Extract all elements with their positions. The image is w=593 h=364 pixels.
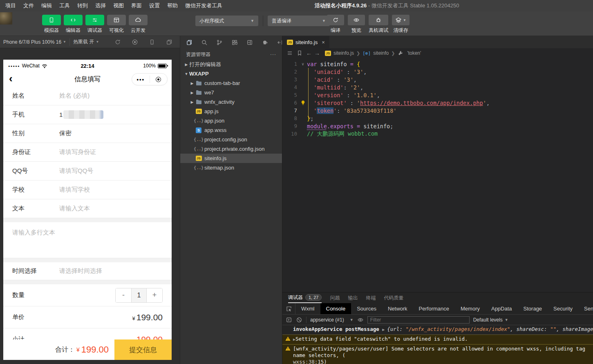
project-root-node[interactable]: ▼ WXAPP <box>180 69 282 78</box>
code-line-4[interactable]: 4 'multiid': '2', <box>282 83 593 91</box>
code-line-1[interactable]: 1∨var siteinfo = { <box>282 60 593 68</box>
source-link[interactable]: wxss:38 <box>293 359 315 364</box>
devtools-tab-sources[interactable]: Sources <box>351 303 382 314</box>
stepper-plus-button[interactable]: + <box>147 288 162 302</box>
tree-item-app.wxss[interactable]: Sapp.wxss <box>180 125 282 135</box>
devtools-tab-console[interactable]: Console <box>320 303 351 314</box>
compile-mode-select[interactable]: 普通编译 ▼ <box>268 16 330 26</box>
compile-button[interactable]: 编译 <box>327 15 344 34</box>
clear-cache-button[interactable]: ▼清缓存 <box>392 15 410 34</box>
menu-item-4[interactable]: 转到 <box>74 0 92 11</box>
code-line-10[interactable]: 10// 大鹏源码网 wobbt.com <box>282 130 593 138</box>
breadcrumb-symbol[interactable]: siteinfo <box>373 50 389 56</box>
code-line-3[interactable]: 3 'acid' : '3', <box>282 76 593 83</box>
close-icon[interactable]: × <box>322 39 325 45</box>
breadcrumb-member[interactable]: 'token' <box>407 50 421 56</box>
debug-tab-问题[interactable]: 问题 <box>330 293 340 303</box>
inspect-element-icon[interactable] <box>282 303 295 314</box>
menu-item-1[interactable]: 文件 <box>20 0 38 11</box>
console-message-2[interactable]: [wnfx_activity/pages/user/user] Some sel… <box>282 344 593 364</box>
code-line-7[interactable]: 7 'token': '83a5733403f118' <box>282 107 593 114</box>
console-message-0[interactable]: invokeAppService postMessage ▶ {url: "/w… <box>282 325 593 335</box>
tree-item-wnfx_activity[interactable]: ▶wnfx_activity <box>180 97 282 107</box>
tree-item-custom-tab-bar[interactable]: ▶custom-tab-bar <box>180 78 282 88</box>
hot-reload-toggle[interactable]: 热重载 开 ▼ <box>70 36 102 48</box>
devtools-tab-wxml[interactable]: Wxml <box>295 303 320 314</box>
devtools-tab-performance[interactable]: Performance <box>413 303 455 314</box>
breadcrumb-file[interactable]: siteinfo.js <box>333 50 354 56</box>
multiline-textarea[interactable]: 请输入多行文本 <box>3 222 172 258</box>
menu-item-8[interactable]: 设置 <box>145 0 163 11</box>
record-icon[interactable] <box>132 39 138 45</box>
log-levels-select[interactable]: Default levels ▼ <box>473 317 508 323</box>
back-arrow-icon[interactable]: ← <box>306 50 312 56</box>
plugin-icon[interactable] <box>262 39 268 46</box>
code-line-5[interactable]: 5 'version' : '1.0.1', <box>282 91 593 99</box>
debugger-button[interactable]: 调试器 <box>85 15 104 34</box>
debug-tab-代码质量[interactable]: 代码质量 <box>384 293 403 303</box>
form-row-学校[interactable]: 学校请填写学校 <box>3 181 172 199</box>
code-line-2[interactable]: 2 'uniacid' : '3', <box>282 68 593 76</box>
devtools-tab-sensor[interactable]: Sensor <box>578 303 593 314</box>
simulator-button[interactable]: 模拟器 <box>42 15 61 34</box>
devtools-tab-memory[interactable]: Memory <box>455 303 486 314</box>
lightbulb-icon[interactable] <box>299 100 307 105</box>
source-control-icon[interactable] <box>216 39 223 46</box>
submit-button[interactable]: 提交信息 <box>114 339 172 360</box>
menu-item-10[interactable]: 微信开发者工具 <box>181 0 226 11</box>
editor-button[interactable]: 编辑器 <box>64 15 83 34</box>
remote-debug-button[interactable]: 真机调试 <box>369 15 388 34</box>
tree-item-sitemap.json[interactable]: {..}sitemap.json <box>180 163 282 172</box>
files-icon[interactable] <box>186 39 192 46</box>
fold-icon[interactable]: ∨ <box>299 62 307 66</box>
code-area[interactable]: 1∨var siteinfo = {2 'uniacid' : '3',3 'a… <box>282 58 593 138</box>
menu-item-6[interactable]: 视图 <box>110 0 128 11</box>
menu-item-3[interactable]: 工具 <box>56 0 74 11</box>
show-sidebar-icon[interactable] <box>286 317 292 323</box>
tree-item-app.js[interactable]: JSapp.js <box>180 107 282 116</box>
devtools-tab-appdata[interactable]: AppData <box>486 303 518 314</box>
form-row-姓名[interactable]: 姓名姓名 (必填) <box>3 87 172 105</box>
debug-tab-调试器[interactable]: 调试器1, 27 <box>288 293 322 303</box>
code-line-9[interactable]: 9module.exports = siteinfo; <box>282 122 593 130</box>
form-row-QQ号[interactable]: QQ号请填写QQ号 <box>3 162 172 181</box>
more-menu-button[interactable]: ••• <box>132 76 150 83</box>
context-select[interactable]: appservice (#1) ▼ <box>310 317 354 323</box>
menu-item-2[interactable]: 编辑 <box>38 0 56 11</box>
menu-item-5[interactable]: 选择 <box>92 0 110 11</box>
device-icon[interactable] <box>149 39 155 45</box>
debug-tab-输出[interactable]: 输出 <box>348 293 358 303</box>
tree-item-project.private.config.json[interactable]: {..}project.private.config.json <box>180 144 282 154</box>
rotate-icon[interactable] <box>114 39 121 45</box>
filter-input[interactable] <box>367 316 470 324</box>
menu-item-0[interactable]: 项目 <box>2 0 20 11</box>
more-actions-button[interactable]: ··· <box>270 51 276 57</box>
time-picker-row[interactable]: 时间选择 请选择时间选择 <box>3 262 172 280</box>
menu-item-7[interactable]: 界面 <box>128 0 145 11</box>
form-row-身份证[interactable]: 身份证请填写身份证 <box>3 143 172 162</box>
devtools-tab-storage[interactable]: Storage <box>518 303 548 314</box>
stepper-value[interactable]: 1 <box>131 288 147 302</box>
editor-tab-siteinfo[interactable]: JS siteinfo.js × <box>282 36 329 48</box>
clear-console-icon[interactable] <box>296 317 302 323</box>
form-row-文本[interactable]: 文本请输入文本 <box>3 199 172 218</box>
extensions-icon[interactable] <box>231 39 238 46</box>
debug-tab-终端[interactable]: 终端 <box>366 293 376 303</box>
form-row-性别[interactable]: 性别保密 <box>3 124 172 143</box>
tree-item-app.json[interactable]: {..}app.json <box>180 116 282 125</box>
editor-layout-icon[interactable] <box>246 39 253 46</box>
bookmark-icon[interactable] <box>296 50 303 56</box>
console-message-1[interactable]: ▶Setting data field "cateswitch" to unde… <box>282 335 593 344</box>
tree-item-siteinfo.js[interactable]: JSsiteinfo.js <box>180 154 282 163</box>
stepper-minus-button[interactable]: - <box>116 288 131 302</box>
tree-item-project.config.json[interactable]: {..}project.config.json <box>180 135 282 144</box>
close-minipгogram-button[interactable] <box>150 77 168 82</box>
menu-item-9[interactable]: 帮助 <box>163 0 181 11</box>
open-editors-section[interactable]: ▶ 打开的编辑器 <box>180 60 282 69</box>
preview-button[interactable]: 预览 <box>348 15 365 34</box>
devtools-tab-network[interactable]: Network <box>382 303 413 314</box>
code-line-6[interactable]: 6 'siteroot' : 'https://demo.ttbobo.com/… <box>282 99 593 107</box>
mode-select[interactable]: 小程序模式 ▼ <box>195 16 258 26</box>
cloud-dev-button[interactable]: 云开发 <box>129 15 148 34</box>
forward-arrow-icon[interactable]: → <box>314 50 320 56</box>
